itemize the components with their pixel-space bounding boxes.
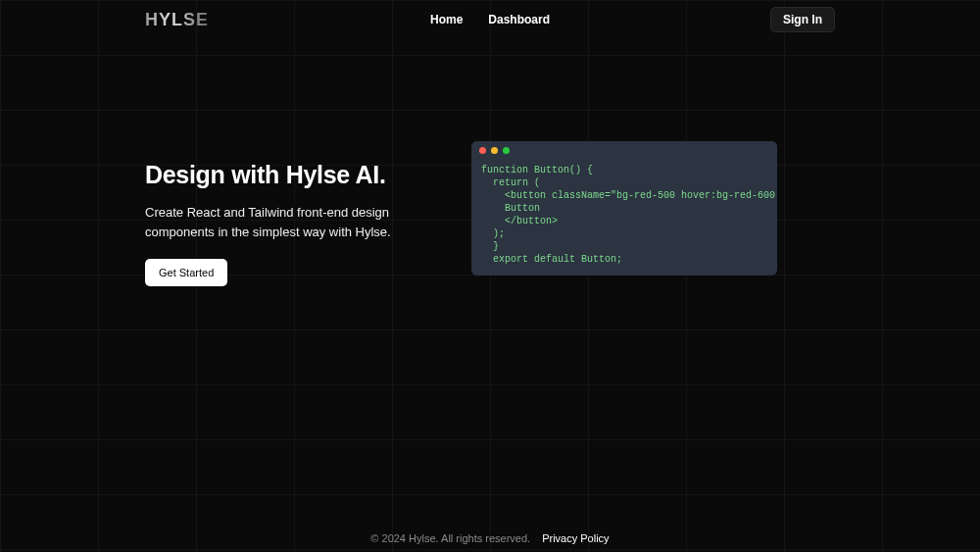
code-line: </button> xyxy=(481,216,558,226)
nav-links: Home Dashboard xyxy=(430,13,550,26)
signin-button[interactable]: Sign In xyxy=(770,7,835,32)
close-dot-icon xyxy=(479,147,486,154)
code-line: ); xyxy=(481,228,505,239)
maximize-dot-icon xyxy=(503,147,510,154)
window-controls xyxy=(471,141,777,160)
logo[interactable]: HYLSE xyxy=(145,10,209,30)
nav-dashboard[interactable]: Dashboard xyxy=(488,13,550,26)
hero-copy: Design with Hylse AI. Create React and T… xyxy=(145,161,459,286)
code-line: Button xyxy=(481,203,540,214)
code-line: } xyxy=(481,241,499,252)
footer: © 2024 Hylse. All rights reserved. Priva… xyxy=(0,532,980,544)
code-line: <button className="bg-red-500 hover:bg-r… xyxy=(481,190,777,201)
privacy-link[interactable]: Privacy Policy xyxy=(542,532,609,544)
code-body: function Button() { return ( <button cla… xyxy=(471,160,777,276)
get-started-button[interactable]: Get Started xyxy=(145,259,227,286)
hero-title: Design with Hylse AI. xyxy=(145,161,459,189)
code-line: return ( xyxy=(481,177,540,188)
code-line: export default Button; xyxy=(481,254,622,265)
hero-subtitle: Create React and Tailwind front-end desi… xyxy=(145,203,449,241)
code-window: function Button() { return ( <button cla… xyxy=(471,141,777,276)
copyright-text: © 2024 Hylse. All rights reserved. xyxy=(370,532,530,544)
navbar: HYLSE Home Dashboard Sign In xyxy=(0,0,980,39)
code-line: function Button() { xyxy=(481,165,593,176)
nav-home[interactable]: Home xyxy=(430,13,463,26)
minimize-dot-icon xyxy=(491,147,498,154)
